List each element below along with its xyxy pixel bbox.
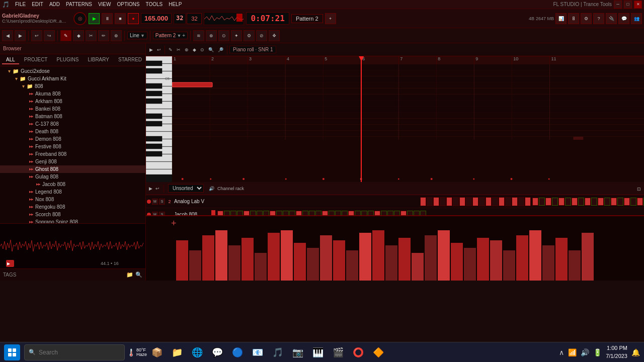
step-jacob-10[interactable] [283, 211, 289, 216]
folder-808[interactable]: ▾ 📁 808 [0, 82, 145, 90]
step-jacob-6[interactable] [257, 211, 263, 216]
draw-tool[interactable]: ✎ [60, 30, 71, 41]
menu-file[interactable]: FILE [13, 1, 28, 8]
seq-bar-30[interactable] [569, 250, 581, 281]
seq-bar-21[interactable] [451, 243, 463, 281]
step-5[interactable] [453, 197, 459, 206]
seq-bar-12[interactable] [333, 240, 345, 281]
step-jacob-19[interactable] [342, 211, 348, 216]
item-gulag808[interactable]: ▸▸ Gulag 808 [0, 173, 145, 180]
step-analog-7[interactable] [578, 198, 584, 206]
pattern-add-btn[interactable]: + [325, 13, 336, 24]
seq-bar-18[interactable] [412, 253, 424, 281]
taskbar-icon-chrome[interactable]: 🔵 [229, 344, 246, 360]
perf-btn[interactable]: 📊 [555, 13, 567, 24]
step-analog-0[interactable] [532, 198, 538, 206]
step-jacob-5[interactable] [250, 211, 256, 216]
zoom-tool[interactable]: ⊕ [111, 30, 122, 41]
folder-gucci-arkham[interactable]: ▾ 📁 Gucci Arkham Kit [0, 75, 145, 82]
bpm-display[interactable]: 165.000 [141, 13, 172, 24]
step-11[interactable] [492, 197, 498, 206]
seq-bar-6[interactable] [255, 253, 267, 281]
item-demon808[interactable]: ▸▸ Demon 808 [0, 135, 145, 143]
lasso-btn[interactable]: ⊘ [256, 30, 267, 41]
item-soprano808[interactable]: ▸▸ Soprano Spinz 808 [0, 218, 145, 223]
ch-name-analog[interactable]: Analog Lab V [174, 199, 210, 204]
step-9[interactable] [479, 197, 485, 206]
step-analog-10[interactable] [598, 198, 604, 206]
roll-grid[interactable]: 1 2 3 4 5 6 7 8 9 10 11 [172, 56, 644, 182]
step-13[interactable] [505, 197, 511, 206]
step-jacob-2[interactable] [230, 211, 236, 216]
seq-bar-16[interactable] [385, 245, 397, 281]
menu-view[interactable]: VIEW [96, 1, 114, 8]
step-16[interactable] [525, 197, 531, 206]
item-freeband808[interactable]: ▸▸ Freeband 808 [0, 150, 145, 158]
step-jacob-12[interactable] [296, 211, 302, 216]
step-jacob-15[interactable] [315, 211, 321, 216]
pr-undo-btn[interactable]: ↩ [155, 47, 163, 52]
step-jacob-22[interactable] [361, 211, 367, 216]
step-jacob-20[interactable] [348, 211, 354, 216]
item-legend808[interactable]: ▸▸ Legend 808 [0, 188, 145, 196]
step-jacob-31[interactable] [420, 211, 426, 216]
item-jacob808[interactable]: ▸▸ Jacob 808 [0, 180, 145, 188]
search-input[interactable] [39, 349, 120, 356]
analog-steps[interactable] [419, 197, 532, 206]
step-10[interactable] [486, 197, 492, 206]
step-analog-1[interactable] [539, 198, 545, 206]
system-clock[interactable]: 1:00 PM 7/1/2023 [606, 344, 627, 360]
seq-bar-20[interactable] [438, 230, 450, 281]
step-analog-13[interactable] [617, 198, 623, 206]
maximize-btn[interactable]: □ [624, 1, 632, 9]
step-12[interactable] [499, 197, 505, 206]
step-jacob-3[interactable] [237, 211, 243, 216]
pr-tool5[interactable]: ⊙ [199, 47, 206, 52]
step-jacob-1[interactable] [224, 211, 230, 216]
step-analog-5[interactable] [565, 198, 571, 206]
step-analog-14[interactable] [624, 198, 630, 206]
item-arkham808[interactable]: ▸▸ Arkham 808 [0, 98, 145, 105]
step-2[interactable] [433, 197, 439, 206]
seq-bar-4[interactable] [228, 245, 240, 281]
item-batman808[interactable]: ▸▸ Batman 808 [0, 113, 145, 120]
step-analog-8[interactable] [585, 198, 591, 206]
seq-bar-31[interactable] [582, 233, 594, 281]
seq-bar-14[interactable] [359, 233, 371, 281]
step-analog-16[interactable] [637, 198, 643, 206]
item-bankei808[interactable]: ▸▸ Bankei 808 [0, 105, 145, 113]
folder-gucci2xdose[interactable]: ▾ 📁 Gucci2xdose [0, 67, 145, 75]
step-1[interactable] [427, 197, 433, 206]
record-button[interactable]: ● [128, 13, 139, 24]
step-14[interactable] [512, 197, 518, 206]
settings-btn[interactable]: ⚙ [581, 13, 592, 24]
seq-bar-26[interactable] [516, 235, 528, 281]
tab-all[interactable]: ALL [2, 56, 19, 64]
tray-network[interactable]: 📶 [568, 348, 577, 356]
step-jacob-17[interactable] [329, 211, 335, 216]
step-0[interactable] [420, 197, 426, 206]
seq-bar-8[interactable] [281, 230, 293, 281]
tray-chevron[interactable]: ∧ [559, 348, 564, 356]
plugin-btn[interactable]: 🔌 [606, 13, 617, 24]
rack-collapse-btn[interactable]: ▶ [149, 186, 152, 191]
step-jacob-9[interactable] [276, 211, 282, 216]
taskbar-icon-explorer[interactable]: 📁 [169, 344, 185, 360]
ch-mute-analog[interactable]: M [152, 199, 158, 205]
step-jacob-26[interactable] [387, 211, 393, 216]
step-jacob-29[interactable] [407, 211, 413, 216]
menu-options[interactable]: OPTIONS [114, 1, 142, 8]
bottom-sequencer[interactable]: + [146, 215, 644, 281]
step-jacob-18[interactable] [335, 211, 341, 216]
step-6[interactable] [459, 197, 465, 206]
pr-zoom-in[interactable]: 🔍 [207, 47, 215, 52]
tray-sound[interactable]: 🔊 [581, 348, 589, 356]
step-jacob-27[interactable] [394, 211, 400, 216]
fwd-btn[interactable]: ▶ [15, 30, 26, 41]
seq-bar-5[interactable] [242, 238, 254, 281]
play-button[interactable]: ▶ [89, 13, 100, 24]
ch-name-jacob[interactable]: Jacob 808 [174, 212, 210, 215]
step-jacob-28[interactable] [400, 211, 407, 216]
seq-bar-15[interactable] [372, 230, 384, 281]
taskbar-icon-app2[interactable]: 🔶 [370, 344, 386, 360]
